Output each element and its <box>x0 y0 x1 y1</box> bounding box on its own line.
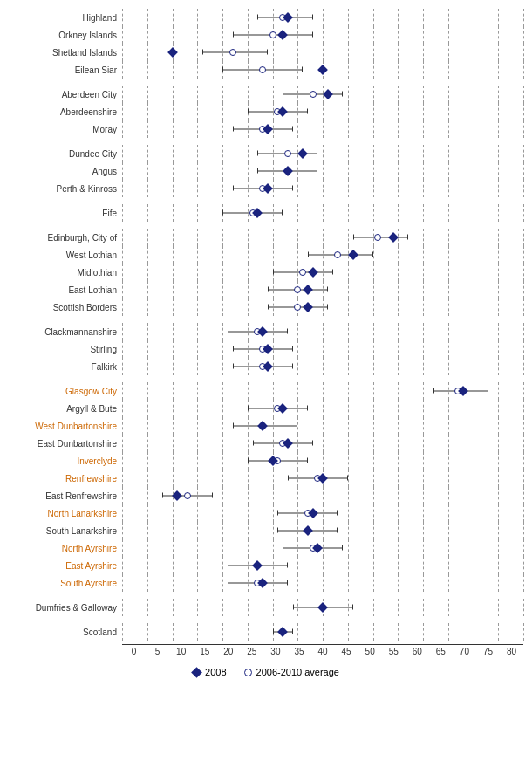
grid-line <box>498 44 499 61</box>
grid-line <box>297 323 298 340</box>
x-tick-label: 40 <box>311 647 335 656</box>
grid-line <box>173 470 174 487</box>
grid-line <box>147 145 148 162</box>
row-plot-area <box>122 44 523 61</box>
table-row: East Lothian <box>9 281 523 298</box>
grid-line <box>273 44 274 61</box>
grid-line <box>248 9 249 26</box>
x-tick-label: 35 <box>287 647 310 656</box>
grid-line <box>498 61 499 79</box>
grid-line <box>423 522 424 539</box>
grid-line <box>222 120 223 138</box>
table-row: North Lanarkshire <box>9 504 523 522</box>
grid-line <box>474 204 474 222</box>
grid-line <box>523 487 524 504</box>
grid-line <box>498 298 499 316</box>
grid-line <box>248 435 249 452</box>
grid-line <box>197 417 198 435</box>
grid-line <box>248 522 249 539</box>
grid-line <box>147 400 148 417</box>
grid-line <box>273 246 274 264</box>
grid-line <box>222 539 223 557</box>
row-plot-area <box>122 358 523 375</box>
grid-line <box>122 120 123 138</box>
table-row: Fife <box>9 204 523 222</box>
table-row: Renfrewshire <box>9 470 523 487</box>
row-spacer <box>9 138 523 145</box>
diamond-marker <box>323 89 332 99</box>
row-plot-area <box>122 574 523 592</box>
grid-line <box>348 382 349 400</box>
grid-line <box>197 86 198 103</box>
grid-line <box>248 86 249 103</box>
grid-line <box>147 264 148 281</box>
grid-line <box>173 298 174 316</box>
grid-line <box>147 452 148 470</box>
grid-line <box>498 382 499 400</box>
grid-line <box>348 452 349 470</box>
grid-line <box>147 44 148 61</box>
grid-line <box>498 229 499 246</box>
grid-line <box>297 574 298 592</box>
grid-line <box>474 264 474 281</box>
grid-line <box>297 246 298 264</box>
grid-line <box>173 382 174 400</box>
grid-line <box>423 539 424 557</box>
grid-line <box>147 435 148 452</box>
grid-line <box>297 340 298 358</box>
grid-line <box>474 162 474 180</box>
row-label: East Renfrewshire <box>9 491 122 501</box>
grid-line <box>222 246 223 264</box>
grid-line <box>398 26 399 44</box>
table-row: Falkirk <box>9 358 523 375</box>
grid-line <box>173 162 174 180</box>
grid-line <box>423 246 424 264</box>
diamond-marker <box>297 148 307 158</box>
row-plot-area <box>122 9 523 26</box>
grid-line <box>373 487 374 504</box>
grid-line <box>398 504 399 522</box>
grid-line <box>474 229 474 246</box>
grid-line <box>523 145 524 162</box>
grid-line <box>498 281 499 298</box>
grid-line <box>222 103 223 120</box>
grid-line <box>173 246 174 264</box>
grid-line <box>448 452 449 470</box>
row-plot-area <box>122 470 523 487</box>
grid-line <box>348 61 349 79</box>
grid-line <box>373 246 374 264</box>
grid-line <box>173 623 174 641</box>
grid-line <box>523 120 524 138</box>
grid-line <box>197 180 198 197</box>
grid-line <box>523 26 524 44</box>
grid-line <box>398 264 399 281</box>
grid-line <box>398 204 399 222</box>
grid-line <box>122 504 123 522</box>
grid-line <box>498 599 499 616</box>
grid-line <box>423 574 424 592</box>
grid-line <box>498 323 499 340</box>
grid-line <box>348 120 349 138</box>
grid-line <box>197 358 198 375</box>
grid-line <box>222 145 223 162</box>
grid-line <box>398 470 399 487</box>
grid-line <box>448 340 449 358</box>
grid-line <box>273 504 274 522</box>
grid-line <box>398 86 399 103</box>
grid-line <box>297 557 298 574</box>
row-label: Moray <box>9 125 122 134</box>
grid-line <box>348 162 349 180</box>
grid-line <box>474 599 474 616</box>
grid-line <box>423 599 424 616</box>
grid-line <box>197 281 198 298</box>
row-plot-area <box>122 400 523 417</box>
grid-line <box>373 435 374 452</box>
grid-line <box>523 204 524 222</box>
grid-line <box>323 204 324 222</box>
row-plot-area <box>122 204 523 222</box>
diamond-marker <box>308 267 317 277</box>
grid-line <box>474 9 474 26</box>
grid-line <box>323 452 324 470</box>
grid-line <box>122 298 123 316</box>
grid-line <box>248 246 249 264</box>
